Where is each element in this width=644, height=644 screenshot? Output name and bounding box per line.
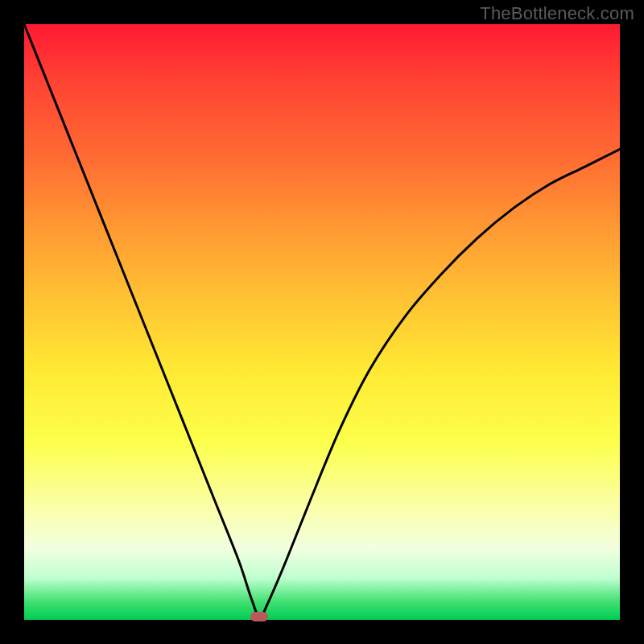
- optimal-point-marker: [250, 612, 268, 621]
- chart-frame: [24, 24, 620, 620]
- watermark-text: TheBottleneck.com: [480, 3, 634, 24]
- bottleneck-curve: [24, 24, 620, 617]
- chart-curve-svg: [24, 24, 620, 620]
